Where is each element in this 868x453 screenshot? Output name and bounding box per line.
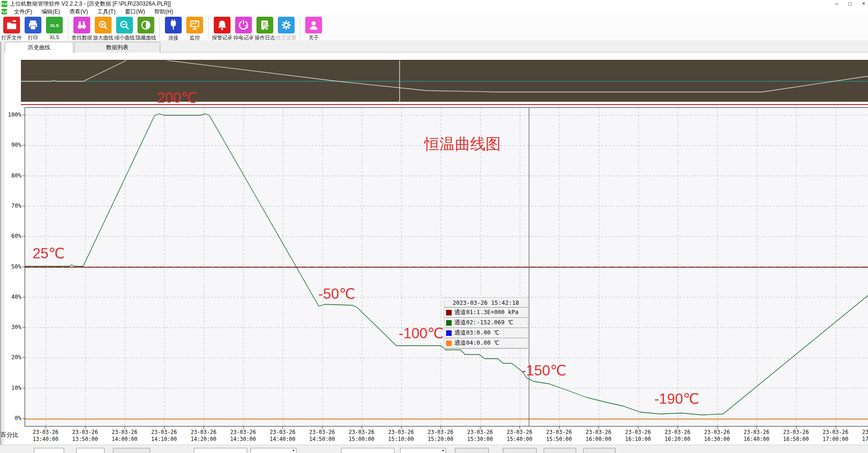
channel-color-swatch — [446, 341, 452, 346]
chart-plot-area[interactable] — [25, 107, 868, 427]
bottom-input-1[interactable] — [34, 448, 64, 453]
monitor-icon — [186, 17, 203, 33]
x-tick-mark — [677, 427, 678, 429]
bottom-button-4[interactable] — [544, 448, 576, 453]
bottom-input-2[interactable] — [76, 448, 105, 453]
x-tick-label: 23-03-2614:00:00 — [105, 429, 144, 443]
op-log-button[interactable]: 操作日志 — [254, 17, 276, 41]
channel-value-label: 通道01:1.3E+000 kPa — [454, 309, 519, 316]
x-tick-mark — [559, 427, 559, 429]
x-tick-mark — [480, 427, 480, 429]
tab-history-curve[interactable]: 历史曲线 — [5, 42, 73, 53]
open-file-button[interactable]: 打开文件 — [1, 17, 22, 41]
monitor-button[interactable]: 监控 — [184, 17, 205, 41]
alarm-button[interactable]: 报警记录 — [211, 17, 233, 41]
print-button[interactable]: 打印 — [22, 17, 44, 41]
toolbar-button-label: 打开文件 — [1, 34, 22, 41]
bottom-select-1[interactable] — [194, 448, 247, 453]
toolbar-separator — [300, 17, 300, 39]
y-tick-mark — [22, 388, 25, 388]
annotation-200: 200℃ — [157, 89, 197, 106]
toolbar-separator — [208, 17, 209, 39]
zoom-out-button[interactable]: 缩小曲线 — [114, 17, 135, 41]
app-window: PLR 上位机数据管理软件 V2.2.2.3 - [历史数据 [F:\PLR\2… — [0, 0, 868, 453]
power-log-button[interactable]: 掉电记录 — [233, 17, 254, 41]
x-tick-label: 23-03-2616:50:00 — [776, 429, 815, 443]
annotation--100: -100℃ — [399, 325, 444, 342]
x-tick-mark — [756, 427, 757, 429]
toolbar-button-label: 组态设置 — [276, 34, 296, 41]
spinner-up-icon[interactable]: ▲ — [292, 448, 295, 452]
channel-color-swatch — [446, 330, 452, 336]
menu-item-5[interactable]: 帮助(H) — [150, 8, 178, 15]
connect-button[interactable]: 连接 — [163, 17, 184, 41]
zoom-in-button[interactable]: 放大曲线 — [92, 17, 114, 41]
x-tick-label: 23-03-2614:10:00 — [145, 429, 184, 443]
x-tick-label: 23-03-2614:30:00 — [224, 429, 263, 443]
settings-icon — [278, 17, 295, 33]
left-resize-gutter[interactable] — [0, 42, 5, 453]
x-tick-mark — [164, 427, 164, 429]
menu-item-0[interactable]: 文件(F) — [9, 8, 37, 15]
xls-button[interactable]: XLSXLS — [44, 17, 65, 40]
toolbar-button-label: 隐藏曲线 — [136, 34, 156, 41]
settings-button[interactable]: 组态设置 — [276, 17, 297, 41]
toolbar-button-label: 查找数据 — [72, 34, 92, 41]
find-data-icon — [73, 17, 90, 33]
zoom-out-icon — [116, 17, 133, 33]
y-tick-mark — [22, 327, 25, 328]
bottom-select-2[interactable] — [341, 448, 395, 453]
find-data-button[interactable]: 查找数据 — [71, 17, 92, 41]
x-tick-label: 23-03-2616:00:00 — [579, 429, 618, 443]
hide-curve-button[interactable]: 隐藏曲线 — [135, 17, 157, 41]
menu-item-1[interactable]: 编辑(E) — [37, 8, 65, 15]
x-tick-label: 23-03-2614:20:00 — [184, 429, 223, 443]
bottom-controls-bar: ▲ ▲ — [0, 445, 868, 453]
minimize-button[interactable]: – — [835, 0, 838, 8]
maximize-button[interactable]: □ — [848, 0, 852, 8]
y-tick-mark — [22, 418, 25, 419]
y-tick-mark — [22, 236, 25, 236]
x-tick-label: 23-03-2613:40:00 — [26, 429, 65, 443]
overview-navigator[interactable] — [21, 60, 868, 102]
menu-item-3[interactable]: 工具(T) — [92, 8, 120, 15]
x-tick-label: 23-03-2616:10:00 — [618, 429, 658, 443]
alarm-icon — [214, 17, 230, 33]
bottom-button-5[interactable] — [583, 448, 616, 453]
tooltip-channel-row: 通道03:0.00 ℃ — [444, 328, 527, 338]
bottom-button-3[interactable] — [503, 448, 537, 453]
bottom-spinner-2[interactable] — [400, 448, 446, 453]
menu-item-2[interactable]: 查看(V) — [65, 8, 92, 15]
spinner-up-icon[interactable]: ▲ — [441, 448, 445, 452]
x-tick-label: 23-03-2615:30:00 — [460, 429, 500, 443]
bottom-button-1[interactable] — [113, 448, 150, 453]
annotation--190: -190℃ — [654, 390, 699, 407]
op-log-icon — [256, 17, 273, 33]
toolbar-button-label: 缩小曲线 — [114, 34, 135, 41]
title-bar: PLR 上位机数据管理软件 V2.2.2.3 - [历史数据 [F:\PLR\2… — [0, 0, 868, 8]
about-button[interactable]: 关于 — [303, 17, 324, 41]
y-tick-mark — [22, 145, 25, 145]
y-tick-label: 10% — [3, 385, 21, 391]
x-tick-label: 23-03-2617:10:00 — [855, 429, 868, 443]
x-tick-label: 23-03-2615:00:00 — [342, 429, 381, 443]
x-tick-label: 23-03-2615:10:00 — [381, 429, 421, 443]
tab-bar: 历史曲线 数据列表 — [5, 42, 868, 53]
x-tick-mark — [835, 427, 836, 429]
y-tick-label: 50% — [3, 263, 21, 270]
tooltip-timestamp: 2023-03-26 15:42:18 — [444, 298, 527, 308]
tooltip-channel-row: 通道04:0.00 ℃ — [444, 338, 527, 348]
channel-color-swatch — [446, 310, 452, 315]
y-tick-label: 40% — [3, 294, 21, 300]
y-tick-label: 60% — [3, 233, 21, 239]
menu-item-4[interactable]: 窗口(W) — [120, 8, 150, 15]
y-tick-mark — [22, 206, 25, 206]
y-tick-label: 20% — [3, 354, 21, 361]
toolbar-button-label: 操作日志 — [255, 34, 275, 41]
bottom-button-2[interactable] — [455, 448, 489, 453]
close-button[interactable]: × — [862, 0, 865, 8]
bottom-spinner-1[interactable] — [250, 448, 296, 453]
overview-curve-canvas — [21, 60, 868, 102]
app-icon-small: PLR — [1, 9, 7, 14]
tab-data-list[interactable]: 数据列表 — [74, 42, 160, 53]
